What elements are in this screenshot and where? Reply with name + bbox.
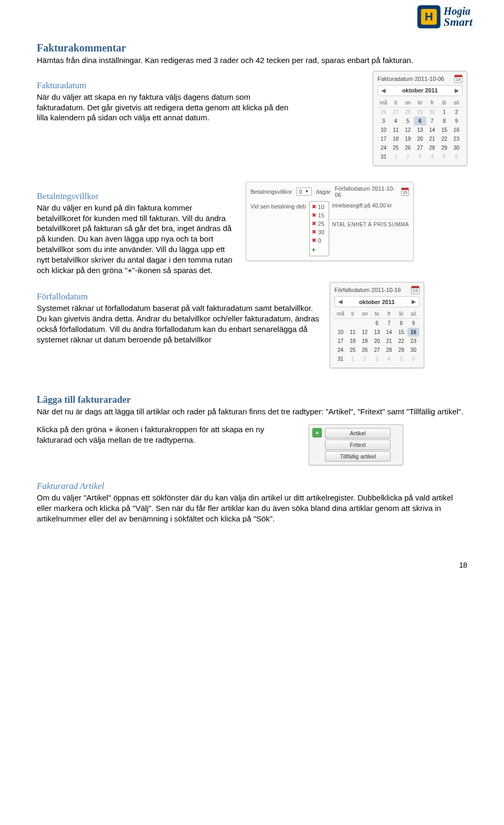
calendar-day[interactable]: 4 — [390, 117, 402, 126]
calendar-day[interactable]: 8 — [395, 319, 407, 328]
calendar-day[interactable]: 15 — [438, 126, 450, 134]
bv-option[interactable]: ✖30 — [310, 228, 329, 236]
calendar-day[interactable]: 30 — [426, 107, 438, 117]
calendar-day[interactable]: 13 — [414, 126, 426, 134]
calendar-day[interactable]: 12 — [359, 328, 371, 337]
calendar-day[interactable]: 16 — [450, 126, 463, 134]
calendar-day[interactable]: 24 — [334, 346, 346, 354]
calendar-day[interactable]: 14 — [426, 126, 438, 134]
calendar-day[interactable]: 29 — [414, 107, 426, 117]
delete-icon[interactable]: ✖ — [312, 204, 316, 210]
calendar-day[interactable]: 26 — [402, 143, 414, 152]
calendar-day[interactable] — [346, 319, 359, 328]
calendar-day[interactable]: 6 — [407, 354, 419, 363]
calendar-day[interactable]: 20 — [371, 337, 383, 346]
calendar-next-icon[interactable]: ▶ — [412, 298, 416, 305]
calendar-day[interactable]: 28 — [383, 346, 395, 354]
calendar-day[interactable]: 25 — [346, 346, 359, 354]
calendar-day[interactable]: 6 — [371, 319, 383, 328]
calendar-day[interactable]: 27 — [390, 107, 402, 117]
bv-option[interactable]: ✖15 — [310, 211, 329, 220]
calendar-day[interactable]: 2 — [402, 152, 414, 161]
calendar-grid[interactable]: måtiontofrlösö 2627282930123456789101112… — [377, 98, 463, 161]
calendar-day[interactable]: 5 — [438, 152, 450, 161]
calendar-day[interactable]: 30 — [450, 143, 463, 152]
calendar-prev-icon[interactable]: ◀ — [381, 87, 385, 94]
calendar-day[interactable]: 17 — [334, 337, 346, 346]
calendar-day[interactable]: 9 — [407, 319, 419, 328]
calendar-day[interactable]: 1 — [438, 107, 450, 117]
calendar-day[interactable]: 18 — [346, 337, 359, 346]
calendar-day[interactable]: 4 — [383, 354, 395, 363]
calendar-day[interactable]: 19 — [359, 337, 371, 346]
calendar-day[interactable]: 3 — [377, 117, 390, 126]
calendar-day[interactable]: 5 — [402, 117, 414, 126]
delete-icon[interactable]: ✖ — [312, 221, 316, 226]
calendar-day[interactable]: 13 — [371, 328, 383, 337]
calendar-day[interactable]: 27 — [371, 346, 383, 354]
calendar-day[interactable]: 25 — [390, 143, 402, 152]
calendar-day[interactable]: 2 — [450, 107, 463, 117]
calendar-day[interactable]: 31 — [377, 152, 390, 161]
calendar-day[interactable]: 19 — [402, 134, 414, 143]
rowtype-option[interactable]: Artikel — [325, 428, 391, 438]
calendar-day[interactable]: 3 — [371, 354, 383, 363]
calendar-day[interactable]: 16 — [407, 328, 419, 337]
delete-icon[interactable]: ✖ — [312, 229, 316, 235]
calendar-day[interactable]: 15 — [395, 328, 407, 337]
calendar-day[interactable]: 7 — [383, 319, 395, 328]
calendar-day[interactable]: 2 — [359, 354, 371, 363]
calendar-next-icon[interactable]: ▶ — [455, 87, 459, 94]
calendar-day[interactable]: 22 — [395, 337, 407, 346]
calendar-day[interactable]: 23 — [450, 134, 463, 143]
bv-option[interactable]: ✖25 — [310, 220, 329, 228]
calendar-icon[interactable] — [411, 286, 419, 294]
calendar-day[interactable]: 24 — [377, 143, 390, 152]
calendar-day[interactable]: 11 — [346, 328, 359, 337]
calendar-day[interactable]: 14 — [383, 328, 395, 337]
calendar-day[interactable]: 6 — [414, 117, 426, 126]
calendar-day[interactable] — [359, 319, 371, 328]
bv-dropdown-list[interactable]: ✖10✖15✖25✖30✖0+ — [309, 201, 329, 256]
calendar-day[interactable]: 23 — [407, 337, 419, 346]
calendar-day[interactable]: 6 — [450, 152, 463, 161]
calendar-day[interactable]: 27 — [414, 143, 426, 152]
calendar-day[interactable] — [334, 319, 346, 328]
calendar-day[interactable]: 10 — [377, 126, 390, 134]
calendar-day[interactable]: 28 — [402, 107, 414, 117]
calendar-day[interactable]: 3 — [414, 152, 426, 161]
calendar-day[interactable]: 1 — [390, 152, 402, 161]
delete-icon[interactable]: ✖ — [312, 212, 316, 218]
rowtype-option[interactable]: Tillfällig artikel — [325, 451, 391, 462]
calendar-day[interactable]: 7 — [426, 117, 438, 126]
calendar-day[interactable]: 18 — [390, 134, 402, 143]
calendar-day[interactable]: 1 — [346, 354, 359, 363]
calendar-day[interactable]: 30 — [407, 346, 419, 354]
calendar-day[interactable]: 21 — [383, 337, 395, 346]
add-icon[interactable]: + — [310, 245, 329, 255]
calendar-day[interactable]: 26 — [359, 346, 371, 354]
calendar-day[interactable]: 4 — [426, 152, 438, 161]
bv-option[interactable]: ✖0 — [310, 236, 329, 245]
calendar-day[interactable]: 11 — [390, 126, 402, 134]
calendar-day[interactable]: 29 — [395, 346, 407, 354]
rowtype-option[interactable]: Fritext — [325, 440, 391, 450]
bv-select[interactable]: 0 ▼ — [296, 187, 311, 196]
calendar-day[interactable]: 10 — [334, 328, 346, 337]
calendar-day[interactable]: 22 — [438, 134, 450, 143]
delete-icon[interactable]: ✖ — [312, 237, 316, 243]
calendar-icon[interactable] — [401, 187, 409, 196]
add-row-icon[interactable]: + — [312, 428, 322, 437]
calendar-day[interactable]: 29 — [438, 143, 450, 152]
calendar-day[interactable]: 26 — [377, 107, 390, 117]
bv-option[interactable]: ✖10 — [310, 203, 329, 211]
calendar-day[interactable]: 8 — [438, 117, 450, 126]
calendar-day[interactable]: 28 — [426, 143, 438, 152]
calendar-prev-icon[interactable]: ◀ — [338, 298, 342, 305]
calendar-icon[interactable] — [454, 75, 463, 83]
calendar-day[interactable]: 17 — [377, 134, 390, 143]
calendar-day[interactable]: 5 — [395, 354, 407, 363]
calendar-grid[interactable]: måtiontofrlösö 6789101112131415161718192… — [334, 309, 419, 363]
calendar-day[interactable]: 20 — [414, 134, 426, 143]
calendar-day[interactable]: 21 — [426, 134, 438, 143]
